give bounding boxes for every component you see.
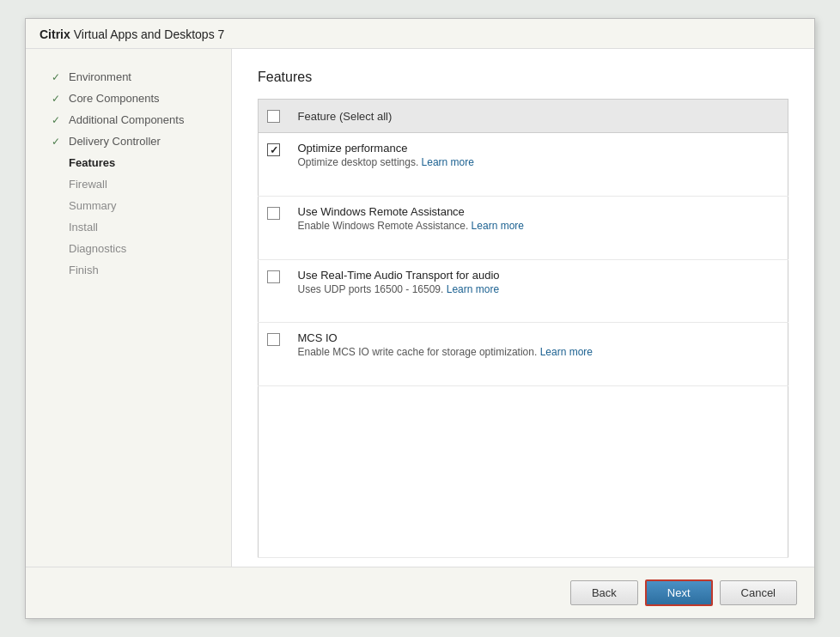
select-all-header-cell: [259, 100, 289, 133]
feature-cell-mcsio: MCS IO Enable MCS IO write cache for sto…: [289, 323, 788, 386]
sidebar-item-finish: ✓ Finish: [52, 259, 231, 281]
checkbox-optimize-performance[interactable]: [267, 143, 280, 156]
feature-desc-wra: Enable Windows Remote Assistance. Learn …: [298, 220, 780, 232]
table-row: Use Real-Time Audio Transport for audio …: [259, 259, 788, 323]
feature-name-wra: Use Windows Remote Assistance: [298, 205, 780, 218]
feature-desc-mcsio: Enable MCS IO write cache for storage op…: [298, 346, 780, 358]
empty-row: [259, 386, 788, 558]
table-row: Optimize performance Optimize desktop se…: [259, 133, 788, 197]
table-header-row: Feature (Select all): [259, 100, 788, 133]
sidebar-label-delivery-controller: Delivery Controller: [69, 135, 161, 148]
sidebar-label-features: Features: [69, 156, 115, 169]
sidebar-label-summary: Summary: [69, 199, 117, 212]
feature-name-optimize: Optimize performance: [298, 142, 780, 155]
title-bar: Citrix Virtual Apps and Desktops 7: [26, 19, 814, 49]
next-button[interactable]: Next: [645, 579, 713, 606]
sidebar-label-diagnostics: Diagnostics: [69, 242, 126, 255]
learn-more-link-wra[interactable]: Learn more: [472, 220, 524, 232]
features-table: Feature (Select all) Optimize performanc…: [258, 99, 788, 558]
feature-desc-text-mcsio: Enable MCS IO write cache for storage op…: [298, 346, 538, 358]
app-title-rest: Virtual Apps and Desktops 7: [70, 27, 225, 41]
check-icon: ✓: [52, 93, 64, 105]
spacer-icon: ✓: [52, 221, 64, 234]
feature-desc-text-optimize: Optimize desktop settings.: [298, 156, 419, 168]
sidebar-item-additional-components: ✓ Additional Components: [52, 109, 231, 130]
feature-cell-audio: Use Real-Time Audio Transport for audio …: [289, 259, 788, 323]
sidebar-item-core-components: ✓ Core Components: [52, 88, 231, 109]
checkbox-cell-wra: [259, 196, 289, 259]
spacer-icon: ✓: [52, 157, 64, 169]
content-area: Features Feature (Select all): [232, 49, 814, 567]
check-icon: ✓: [52, 114, 64, 126]
content-title: Features: [258, 70, 788, 85]
checkbox-cell-optimize: [259, 133, 289, 197]
sidebar-label-environment: Environment: [69, 70, 131, 83]
select-all-checkbox[interactable]: [267, 110, 280, 123]
table-row: MCS IO Enable MCS IO write cache for sto…: [259, 323, 788, 386]
spacer-icon: ✓: [52, 243, 64, 255]
empty-cell: [259, 386, 788, 558]
feature-cell-wra: Use Windows Remote Assistance Enable Win…: [289, 196, 788, 259]
sidebar-item-features[interactable]: ✓ Features: [52, 152, 231, 173]
sidebar-label-install: Install: [69, 221, 98, 234]
sidebar-label-firewall: Firewall: [69, 178, 107, 191]
feature-desc-optimize: Optimize desktop settings. Learn more: [298, 156, 780, 168]
sidebar-item-environment: ✓ Environment: [52, 66, 231, 88]
sidebar-item-firewall: ✓ Firewall: [52, 173, 231, 195]
checkbox-realtime-audio[interactable]: [267, 270, 280, 283]
spacer-icon: ✓: [52, 179, 64, 191]
feature-cell-optimize: Optimize performance Optimize desktop se…: [289, 133, 788, 197]
feature-name-mcsio: MCS IO: [298, 331, 780, 344]
check-icon: ✓: [52, 71, 64, 83]
sidebar-label-finish: Finish: [69, 264, 99, 276]
cancel-button[interactable]: Cancel: [720, 580, 797, 605]
learn-more-link-optimize[interactable]: Learn more: [422, 156, 474, 168]
sidebar-label-core-components: Core Components: [69, 92, 160, 105]
feature-desc-text-audio: Uses UDP ports 16500 - 16509.: [298, 283, 444, 295]
table-row: Use Windows Remote Assistance Enable Win…: [259, 196, 788, 259]
feature-column-header: Feature (Select all): [289, 100, 788, 133]
check-icon: ✓: [52, 136, 64, 148]
sidebar-item-summary: ✓ Summary: [52, 195, 231, 216]
spacer-icon: ✓: [52, 264, 64, 276]
app-title: Citrix Virtual Apps and Desktops 7: [40, 27, 224, 41]
sidebar: ✓ Environment ✓ Core Components ✓ Additi…: [26, 49, 232, 567]
spacer-icon: ✓: [52, 200, 64, 212]
learn-more-link-mcsio[interactable]: Learn more: [540, 346, 593, 358]
sidebar-item-install: ✓ Install: [52, 216, 231, 238]
back-button[interactable]: Back: [570, 580, 638, 605]
main-window: Citrix Virtual Apps and Desktops 7 ✓ Env…: [25, 18, 815, 619]
sidebar-label-additional-components: Additional Components: [69, 113, 184, 126]
learn-more-link-audio[interactable]: Learn more: [447, 283, 499, 295]
feature-desc-text-wra: Enable Windows Remote Assistance.: [298, 220, 469, 232]
footer: Back Next Cancel: [26, 567, 814, 618]
sidebar-item-diagnostics: ✓ Diagnostics: [52, 238, 231, 259]
checkbox-cell-audio: [259, 259, 289, 323]
checkbox-windows-remote-assistance[interactable]: [267, 207, 280, 220]
sidebar-item-delivery-controller: ✓ Delivery Controller: [52, 130, 231, 152]
feature-name-audio: Use Real-Time Audio Transport for audio: [298, 269, 780, 282]
app-title-bold: Citrix: [40, 27, 70, 41]
main-content: ✓ Environment ✓ Core Components ✓ Additi…: [26, 49, 814, 567]
checkbox-mcs-io[interactable]: [267, 333, 280, 346]
checkbox-cell-mcsio: [259, 323, 289, 386]
feature-desc-audio: Uses UDP ports 16500 - 16509. Learn more: [298, 283, 780, 295]
